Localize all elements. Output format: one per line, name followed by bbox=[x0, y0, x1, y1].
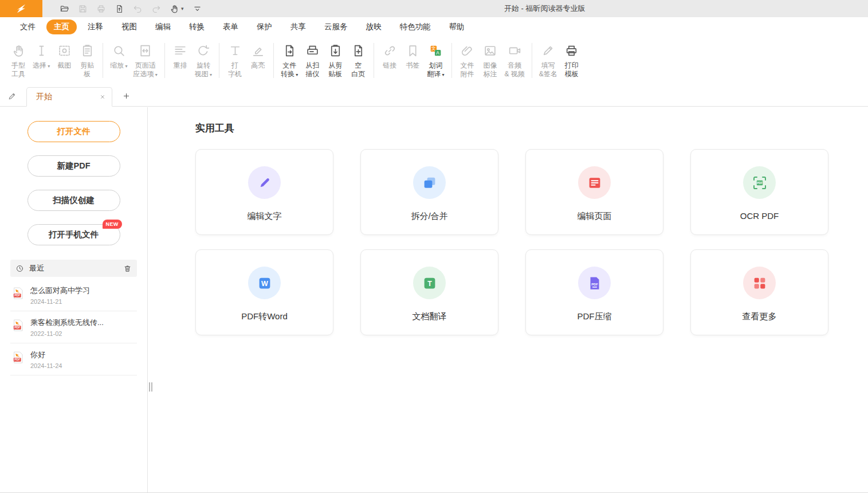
clear-recent-button[interactable] bbox=[123, 264, 132, 273]
tool-card[interactable]: W PDF转Word bbox=[195, 249, 333, 335]
ribbon-button[interactable]: 文件转换 ▾ bbox=[278, 40, 301, 86]
select-icon bbox=[34, 44, 49, 58]
ribbon-button-label: 手型工具 bbox=[11, 61, 25, 79]
ribbon-button[interactable]: 打字机 bbox=[223, 40, 246, 86]
menu-tab[interactable]: 注释 bbox=[80, 19, 111, 34]
menu-tab[interactable]: 文件 bbox=[13, 19, 43, 34]
ribbon-button-label: 剪贴板 bbox=[80, 61, 94, 79]
clipboard-icon bbox=[80, 44, 95, 58]
menu-tab[interactable]: 放映 bbox=[359, 19, 389, 34]
folder-open-icon bbox=[60, 4, 69, 14]
menu-tab[interactable]: 特色功能 bbox=[392, 19, 438, 34]
main-content: 实用工具 编辑文字 拆分/合并 编辑页面 bbox=[148, 107, 868, 492]
customize-icon bbox=[193, 4, 202, 14]
menu-tab[interactable]: 视图 bbox=[114, 19, 144, 34]
menu-tab[interactable]: 云服务 bbox=[317, 19, 355, 34]
quick-access-button[interactable] bbox=[95, 3, 107, 15]
ribbon-button[interactable]: 手型工具 bbox=[7, 40, 30, 86]
quick-access-button[interactable] bbox=[191, 3, 203, 15]
recent-file-item[interactable]: PDF 乘客检测系统无线传... 2022-11-02 bbox=[10, 311, 137, 343]
recent-section-header[interactable]: 最近 bbox=[10, 260, 137, 277]
quick-access-button[interactable]: ▾ bbox=[168, 3, 185, 15]
fox-logo-icon bbox=[15, 3, 27, 14]
new-tab-button[interactable] bbox=[122, 92, 131, 100]
ribbon-button[interactable]: 空白页 bbox=[347, 40, 370, 86]
ribbon-group-divider bbox=[374, 43, 374, 78]
tool-card[interactable]: PDF OCR PDF bbox=[690, 149, 828, 235]
ribbon-button[interactable]: 从剪贴板 bbox=[324, 40, 347, 86]
undo-icon bbox=[133, 4, 143, 14]
ribbon-button[interactable]: 从扫描仪 bbox=[301, 40, 324, 86]
ribbon-button[interactable]: 打印模板 bbox=[560, 40, 583, 86]
ribbon-group-divider bbox=[451, 43, 452, 78]
document-tab[interactable]: 开始 bbox=[26, 87, 112, 107]
app-logo[interactable] bbox=[0, 0, 42, 17]
sidebar-action-button[interactable]: 扫描仪创建 bbox=[28, 190, 120, 211]
menu-tab[interactable]: 共享 bbox=[283, 19, 313, 34]
ribbon-button[interactable]: 图像标注 bbox=[479, 40, 502, 86]
tool-card[interactable]: 编辑页面 bbox=[525, 149, 663, 235]
ribbon-button[interactable]: 链接 bbox=[378, 40, 401, 86]
ribbon-button-label: 高亮 bbox=[251, 61, 265, 70]
tool-card-label: OCR PDF bbox=[740, 211, 779, 221]
sidebar-resize-handle[interactable] bbox=[149, 382, 150, 392]
recent-file-item[interactable]: PDF 你好 2024-11-24 bbox=[10, 343, 137, 375]
tool-card[interactable]: T 文档翻译 bbox=[360, 249, 498, 335]
ribbon-button[interactable]: 选择 ▾ bbox=[30, 40, 53, 86]
tool-icon-circle: PDF bbox=[743, 166, 776, 199]
menu-tab[interactable]: 编辑 bbox=[148, 19, 178, 34]
menu-tab[interactable]: 主页 bbox=[46, 19, 77, 34]
sidebar-button-label: 新建PDF bbox=[57, 161, 91, 170]
quick-access-button[interactable] bbox=[77, 3, 89, 15]
ribbon-button[interactable]: 截图 bbox=[53, 40, 76, 86]
tool-icon-circle bbox=[413, 166, 446, 199]
ribbon-group-divider bbox=[219, 43, 219, 78]
menu-tab[interactable]: 保护 bbox=[249, 19, 280, 34]
sidebar-action-button[interactable]: 打开文件 bbox=[28, 121, 120, 142]
menu-tab[interactable]: 帮助 bbox=[442, 19, 472, 34]
window-title: 开始 - 福昕阅读器专业版 bbox=[504, 0, 586, 17]
highlight-icon bbox=[251, 44, 265, 58]
sidebar-button-label: 打开文件 bbox=[57, 127, 91, 136]
close-icon[interactable] bbox=[99, 93, 106, 100]
create-pdf-icon bbox=[115, 4, 124, 14]
quick-access-button[interactable] bbox=[150, 3, 162, 15]
tool-card[interactable]: 拆分/合并 bbox=[360, 149, 498, 235]
ribbon-button[interactable]: 文件附件 bbox=[456, 40, 479, 86]
quick-access-button[interactable] bbox=[132, 3, 144, 15]
ribbon-button[interactable]: 剪贴板 bbox=[76, 40, 99, 86]
ribbon-button[interactable]: 缩放 ▾ bbox=[107, 40, 130, 86]
ribbon-button[interactable]: 重排 bbox=[169, 40, 192, 86]
sidebar-action-button[interactable]: 打开手机文件 NEW bbox=[28, 224, 120, 245]
dropdown-caret-icon: ▾ bbox=[154, 72, 158, 77]
recent-file-item[interactable]: PDF 怎么面对高中学习 2024-11-21 bbox=[10, 279, 137, 311]
menu-tab[interactable]: 转换 bbox=[182, 19, 212, 34]
ribbon-button[interactable]: 页面适应选项 ▾ bbox=[131, 40, 160, 86]
ribbon-group-divider bbox=[164, 43, 165, 78]
ribbon-button[interactable]: 音频& 视频 bbox=[502, 40, 528, 86]
titlebar: ▾ 开始 - 福昕阅读器专业版 bbox=[0, 0, 868, 17]
ribbon-button-label: 选择 ▾ bbox=[33, 61, 50, 71]
ribbon-button-label: 页面适应选项 ▾ bbox=[133, 61, 158, 79]
ribbon-button[interactable]: 书签 bbox=[401, 40, 424, 86]
tool-card[interactable]: 查看更多 bbox=[690, 249, 828, 335]
pencil-icon[interactable] bbox=[7, 91, 17, 101]
tool-icon-circle bbox=[248, 166, 281, 199]
ribbon-button[interactable]: 高亮 bbox=[246, 40, 269, 86]
tool-card[interactable]: PDF PDF压缩 bbox=[525, 249, 663, 335]
recent-file-title: 怎么面对高中学习 bbox=[30, 285, 90, 296]
quick-access-toolbar: ▾ bbox=[58, 3, 203, 15]
print-icon bbox=[96, 4, 106, 14]
ribbon-button-label: 划词翻译 ▾ bbox=[427, 61, 444, 79]
convert-icon bbox=[282, 44, 297, 58]
quick-access-button[interactable] bbox=[58, 3, 70, 15]
menu-tab[interactable]: 表单 bbox=[215, 19, 246, 34]
sidebar-action-button[interactable]: 新建PDF bbox=[28, 155, 120, 177]
link-icon bbox=[383, 44, 397, 58]
tool-card[interactable]: 编辑文字 bbox=[195, 149, 333, 235]
ribbon-button[interactable]: 填写&签名 bbox=[536, 40, 560, 86]
redo-icon bbox=[151, 4, 161, 14]
ribbon-button[interactable]: 文A 划词翻译 ▾ bbox=[424, 40, 447, 86]
ribbon-button[interactable]: 旋转视图 ▾ bbox=[192, 40, 215, 86]
quick-access-button[interactable] bbox=[113, 3, 125, 15]
